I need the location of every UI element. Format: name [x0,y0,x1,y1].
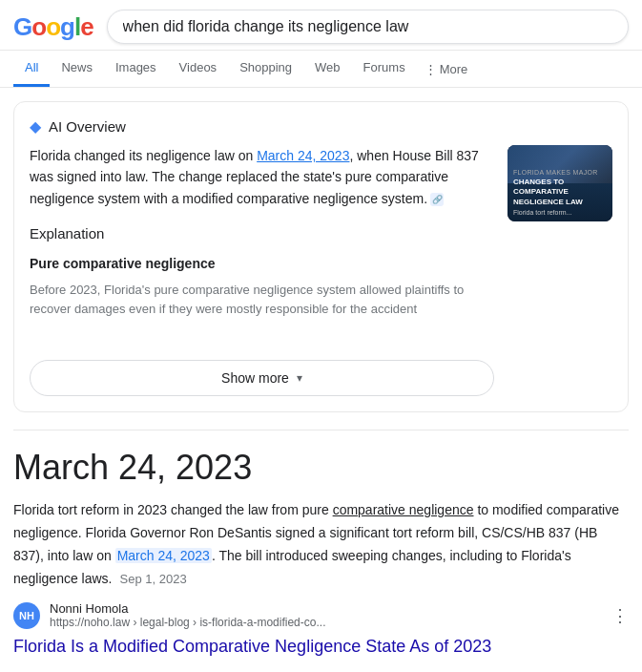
featured-snippet-text: Florida tort reform in 2023 changed the … [13,499,629,590]
show-more-button[interactable]: Show more ▾ [30,360,494,396]
google-logo: Google [13,12,93,42]
ai-overview-text: Florida changed its negligence law on Ma… [30,145,494,396]
pure-comp-neg-heading: Pure comparative negligence [30,253,494,274]
image-title: CHANGES TO COMPARATIVE NEGLIGENCE LAW [513,178,607,207]
ai-overview-card: ◆ AI Overview Florida changed its neglig… [13,101,629,412]
explanation-text: Before 2023, Florida's pure comparative … [30,281,494,321]
ai-diamond-icon: ◆ [30,117,41,136]
tab-web[interactable]: Web [303,51,352,87]
image-label: FLORIDA MAKES MAJOR [513,169,607,176]
featured-text-p1: Florida tort reform in 2023 changed the … [13,502,333,517]
ai-overview-image[interactable]: FLORIDA MAKES MAJOR CHANGES TO COMPARATI… [507,145,612,221]
ai-overview-header: ◆ AI Overview [30,117,612,136]
result-link[interactable]: Florida Is a Modified Comparative Neglig… [13,637,491,656]
fade-overlay [30,327,494,346]
tab-all[interactable]: All [13,51,50,87]
tab-news[interactable]: News [50,51,104,87]
chevron-down-icon: ▾ [297,371,302,385]
source-row: NH Nonni Homola https://noho.law › legal… [13,601,629,629]
date-stamp: Sep 1, 2023 [120,572,187,586]
ai-overview-body: Florida changed its negligence law on Ma… [30,145,612,396]
image-sub: Florida tort reform... [513,209,607,216]
more-menu[interactable]: ⋮ More [417,52,476,86]
explanation-heading: Explanation [30,222,494,245]
source-url[interactable]: https://noho.law › legal-blog › is-flori… [50,616,602,629]
tab-images[interactable]: Images [104,51,168,87]
tab-forums[interactable]: Forums [352,51,417,87]
tab-shopping[interactable]: Shopping [228,51,303,87]
more-label: More [440,62,468,76]
comparative-negligence-link1: comparative negligence [333,502,474,517]
show-more-label: Show more [221,370,289,386]
featured-date: March 24, 2023 [13,448,629,488]
nav-tabs: All News Images Videos Shopping Web Foru… [0,51,642,88]
header: Google [0,0,642,51]
section-divider [13,430,629,430]
content-area: ◆ AI Overview Florida changed its neglig… [0,88,642,657]
featured-snippet: March 24, 2023 Florida tort reform in 20… [13,448,629,657]
ai-overview-title: AI Overview [49,118,126,135]
source-name: Nonni Homola [50,601,602,616]
dots-icon: ⋮ [425,62,437,76]
citation-link-icon[interactable]: 🔗 [430,193,444,206]
source-menu-icon[interactable]: ⋮ [611,605,629,626]
source-avatar: NH [13,602,40,629]
source-info: Nonni Homola https://noho.law › legal-bl… [50,601,602,629]
date-highlight-inline[interactable]: March 24, 2023 [115,548,212,563]
tab-videos[interactable]: Videos [168,51,229,87]
ai-text-part1: Florida changed its negligence law on [30,148,257,163]
ai-date-highlight[interactable]: March 24, 2023 [257,148,349,163]
search-input[interactable] [107,10,629,44]
